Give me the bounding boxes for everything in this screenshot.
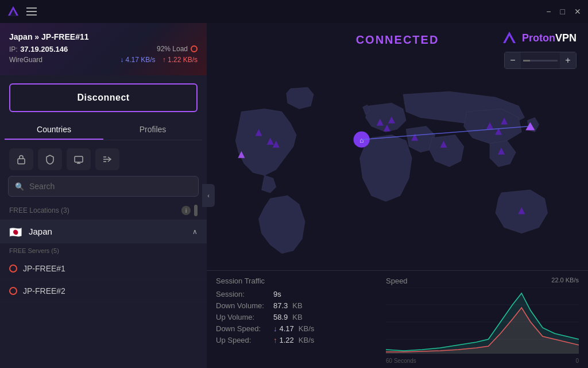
- lock-icon: [16, 154, 26, 164]
- server-name-jp1: JP-FREE#1: [23, 264, 65, 273]
- down-speed: ↓ 4.17 KB/s: [120, 56, 155, 64]
- connection-info: Japan » JP-FREE#11 IP: 37.19.205.146 92%…: [9, 32, 198, 64]
- info-icon[interactable]: i: [181, 206, 191, 215]
- stat-down-speed-value: ↓ 4.17 KB/s: [273, 324, 314, 333]
- japan-flag-icon: 🇯🇵: [9, 227, 23, 236]
- proton-triangle-icon: [501, 30, 517, 46]
- filter-icons: [0, 146, 207, 176]
- down-arrow-icon: ↓ 4.17 KB/s: [120, 56, 155, 64]
- stat-down-vol-label: Down Volume:: [216, 301, 273, 310]
- stat-down-volume: Down Volume: 87.3 KB: [216, 301, 377, 310]
- server-item-jp1[interactable]: JP-FREE#1: [0, 258, 207, 280]
- filter-shield[interactable]: [38, 148, 62, 170]
- svg-rect-3: [75, 156, 83, 162]
- panel-collapse-button[interactable]: ‹: [202, 184, 215, 207]
- server-name: Japan » JP-FREE#11: [9, 32, 198, 41]
- ip-value: 37.19.205.146: [20, 45, 68, 53]
- stat-up-volume: Up Volume: 58.9 KB: [216, 313, 377, 321]
- server-dot-icon-2: [9, 287, 17, 295]
- filter-secure-core[interactable]: [9, 148, 33, 170]
- scroll-indicator: [194, 205, 198, 216]
- stat-down-speed: Down Speed: ↓ 4.17 KB/s: [216, 324, 377, 333]
- stat-up-speed-value: ↑ 1.22 KB/s: [273, 336, 314, 344]
- tab-profiles[interactable]: Profiles: [103, 120, 202, 140]
- tab-countries[interactable]: Countries: [5, 120, 103, 140]
- server-dot-icon: [9, 264, 17, 273]
- up-speed: ↑ 1.22 KB/s: [163, 56, 198, 64]
- main-content: Japan » JP-FREE#11 IP: 37.19.205.146 92%…: [0, 23, 588, 368]
- filter-streaming[interactable]: [67, 148, 91, 170]
- connected-status: CONNECTED: [356, 33, 439, 47]
- minimize-button[interactable]: −: [546, 7, 551, 16]
- speed-chart-svg: [386, 288, 579, 354]
- stat-up-vol-label: Up Volume:: [216, 313, 273, 321]
- titlebar-controls: − □ ✕: [546, 7, 581, 16]
- titlebar-left: [7, 5, 37, 18]
- stat-session: Session: 9s: [216, 290, 377, 298]
- tabs: Countries Profiles: [5, 120, 202, 140]
- speed-title: Speed: [386, 277, 408, 285]
- protocol-row: WireGuard ↓ 4.17 KB/s ↑ 1.22 KB/s: [9, 56, 198, 64]
- load-circle-icon: [191, 45, 198, 52]
- stat-down-speed-label: Down Speed:: [216, 324, 273, 333]
- protocol-label: WireGuard: [9, 56, 42, 64]
- x-label-left: 60 Seconds: [386, 358, 416, 364]
- stat-up-speed-label: Up Speed:: [216, 336, 273, 344]
- stat-session-label: Session:: [216, 290, 273, 298]
- connection-header: Japan » JP-FREE#11 IP: 37.19.205.146 92%…: [0, 23, 207, 75]
- tv-icon: [74, 154, 84, 164]
- filter-p2p[interactable]: [95, 148, 119, 170]
- ip-row: IP: 37.19.205.146 92% Load: [9, 44, 198, 54]
- protonvpn-logo: ProtonVPN: [501, 30, 577, 46]
- chevron-up-icon: ∧: [192, 228, 198, 236]
- forward-icon: [102, 154, 113, 164]
- free-locations-bar: FREE Locations (3) i: [0, 202, 207, 220]
- stat-up-vol-value: 58.9 KB: [273, 313, 303, 321]
- svg-rect-2: [18, 159, 25, 164]
- disconnect-button[interactable]: Disconnect: [9, 83, 198, 112]
- search-container: 🔍: [8, 176, 199, 197]
- maximize-button[interactable]: □: [560, 7, 565, 16]
- server-name-jp2: JP-FREE#2: [23, 286, 65, 296]
- country-item-japan[interactable]: 🇯🇵 Japan ∧: [0, 220, 207, 244]
- titlebar: − □ ✕: [0, 0, 588, 23]
- server-item-jp2[interactable]: JP-FREE#2: [0, 280, 207, 302]
- stat-down-vol-value: 87.3 KB: [273, 301, 303, 310]
- speed-chart: Speed 22.0 KB/s: [386, 277, 579, 362]
- free-locations-icons: i: [181, 205, 198, 216]
- x-label-right: 0: [575, 358, 579, 364]
- left-panel: Japan » JP-FREE#11 IP: 37.19.205.146 92%…: [0, 23, 207, 368]
- speeds: ↓ 4.17 KB/s ↑ 1.22 KB/s: [120, 56, 198, 64]
- world-map: ⌂: [207, 52, 588, 293]
- chart-canvas: [386, 288, 579, 356]
- speed-chart-header: Speed 22.0 KB/s: [386, 277, 579, 285]
- hamburger-menu[interactable]: [26, 7, 37, 16]
- session-traffic-title: Session Traffic: [216, 277, 377, 285]
- up-arrow-icon: ↑ 1.22 KB/s: [163, 56, 198, 64]
- right-panel: CONNECTED ProtonVPN − +: [207, 23, 588, 368]
- stat-session-value: 9s: [273, 290, 281, 298]
- close-button[interactable]: ✕: [574, 7, 581, 16]
- ip-label: IP:: [9, 45, 18, 53]
- free-locations-label: FREE Locations (3): [9, 206, 69, 214]
- ip-address: IP: 37.19.205.146: [9, 44, 68, 54]
- load-info: 92% Load: [157, 45, 198, 53]
- brand-text: ProtonVPN: [522, 32, 577, 44]
- chart-x-labels: 60 Seconds 0: [386, 358, 579, 364]
- proton-logo-icon: [7, 5, 20, 18]
- stat-up-speed: Up Speed: ↑ 1.22 KB/s: [216, 336, 377, 344]
- speed-max: 22.0 KB/s: [551, 277, 579, 283]
- session-traffic: Session Traffic Session: 9s Down Volume:…: [216, 277, 377, 362]
- search-input[interactable]: [8, 176, 199, 197]
- svg-text:⌂: ⌂: [359, 136, 363, 144]
- stats-panel: Session Traffic Session: 9s Down Volume:…: [207, 270, 588, 368]
- servers-section-label: FREE Servers (5): [0, 244, 207, 258]
- shield-icon: [45, 154, 55, 164]
- country-name-japan: Japan: [29, 227, 192, 236]
- search-icon: 🔍: [15, 182, 24, 191]
